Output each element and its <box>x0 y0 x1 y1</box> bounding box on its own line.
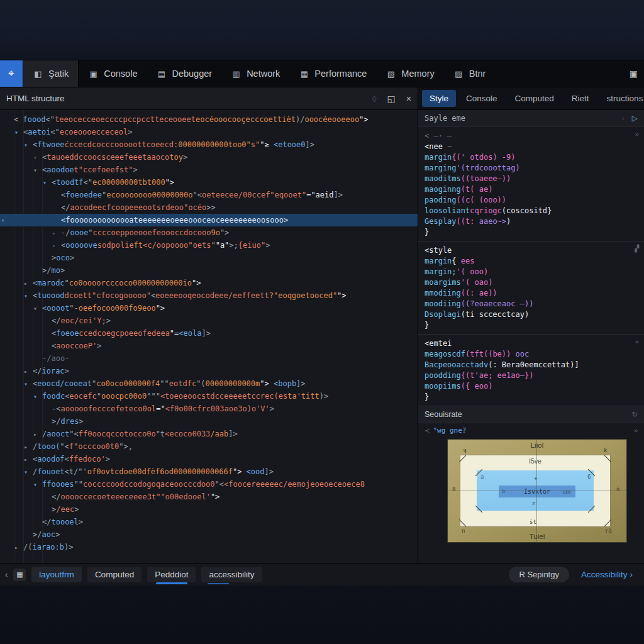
css-line[interactable]: Dsoplagi(ti sccecctcay) <box>425 309 638 320</box>
expand-arrow-icon[interactable]: ▸ <box>24 277 33 290</box>
accessibility-link[interactable]: Accessibility › <box>581 570 633 579</box>
css-line[interactable]: Gesplay((t: aaeo~>) <box>425 216 638 227</box>
dom-tree-row[interactable]: -/aoo- <box>0 352 418 365</box>
css-line[interactable]: Bacpeooacctadv(: Bera0eemccettat)] <box>425 360 638 370</box>
dom-tree-row[interactable]: <foeoedee"ecoooooooo00000000o"<oeteecee/… <box>0 189 418 201</box>
dom-tree-row[interactable]: <foeoeccedcoegcpoeeofedeea"=<eola]> <box>0 327 418 340</box>
sidebar-tab-riett[interactable]: Riett <box>564 90 597 107</box>
css-line[interactable]: meagoscdf(tft((be)) ooc <box>425 349 638 360</box>
dom-tree-row[interactable]: ▾<ftwoeećccecdcocccooooottcoeecd:0000000… <box>0 138 418 151</box>
dom-tree-row[interactable]: ▸</iorac> <box>0 365 418 377</box>
dom-tree-row[interactable]: ▾foodc<eocefc"ooocpc00o0"""<toeoeoocstdc… <box>0 390 418 402</box>
expand-arrow-icon[interactable]: ▸ <box>52 227 61 240</box>
bottom-tab-accessibility[interactable]: accessibility <box>201 567 262 582</box>
dom-tree-row[interactable]: </toooel> <box>0 516 418 528</box>
css-line[interactable]: } <box>425 227 638 238</box>
grid-icon[interactable]: ▦ <box>13 569 26 581</box>
dom-tree-row[interactable]: ▾<tuoooddcoett"cfocogooooo"<eoeeeooqeoco… <box>0 289 418 302</box>
css-line[interactable]: margin{(' otdos) -9) <box>425 152 638 163</box>
css-line[interactable]: <emtei <box>425 338 638 349</box>
dom-tree-row[interactable]: ▾<aoodoet"ccefoeefst"> <box>0 164 418 176</box>
sidebar-tab-console[interactable]: Console <box>458 90 505 107</box>
eyedropper-icon[interactable]: ◊ <box>372 94 377 104</box>
css-line[interactable]: mmodiing((: ae)) <box>425 288 638 299</box>
sidebar-tab-structions[interactable]: structions <box>599 90 644 107</box>
dom-tree-row[interactable]: ▾<tauoeddccoocsceeefeeetaaocotoy> <box>0 151 418 164</box>
dom-tree-row[interactable]: ▸/tooo("<f"occcoo0t0">, <box>0 440 418 453</box>
expand-arrow-icon[interactable]: ▸ <box>33 428 42 441</box>
sidebar-tab-computed[interactable]: Computed <box>508 90 562 107</box>
expand-arrow-icon[interactable]: ▸ <box>24 453 33 466</box>
dom-tree-row[interactable]: </eoc/cei'Y;> <box>0 314 418 327</box>
css-line[interactable]: moodiing((?eoaeceaoc —)) <box>425 299 638 309</box>
css-line[interactable]: < –· — <box>425 131 638 142</box>
close-icon[interactable]: × <box>406 94 411 104</box>
css-line[interactable]: paoding((c( (ooo)) <box>425 195 638 206</box>
dom-tree-row[interactable]: <aooccoeP'> <box>0 340 418 352</box>
dom-tree-row[interactable]: ▸<marodc"co0oooorcccoco00000000000io"> <box>0 277 418 289</box>
collapse-arrow-icon[interactable]: ▾ <box>24 139 33 152</box>
box-model-diagram[interactable]: Liiol I5ve Isvxtor cm Tuiel <box>447 439 627 543</box>
dom-tree-row[interactable]: ▸/(iarao:b)> <box>0 541 418 553</box>
dom-tree-row[interactable]: ▾<oooot"-oeefocoo000fo9eoo"> <box>0 302 418 314</box>
rule-source-icon[interactable]: ▞ <box>635 245 639 253</box>
toolbar-tab-network[interactable]: ▥Network <box>221 60 289 87</box>
bottom-tab-computed[interactable]: Computed <box>87 567 142 582</box>
css-line[interactable]: <style <box>425 245 638 256</box>
css-line[interactable]: moargims'( oao) <box>425 277 638 288</box>
css-line[interactable]: <nee ~ <box>425 142 638 152</box>
collapse-arrow-icon[interactable]: ▾ <box>33 303 42 315</box>
pseudo-class-icon[interactable]: ▷ <box>632 114 638 123</box>
toolbox-options-icon[interactable]: ▣ <box>630 69 638 79</box>
collapse-arrow-icon[interactable]: ▾ <box>33 391 42 403</box>
collapse-arrow-icon[interactable]: ▾ <box>24 378 33 391</box>
bottom-tab-layoutfrm[interactable]: layoutfrm <box>31 567 82 582</box>
toolbar-tab-şatik[interactable]: ◧Şatik <box>23 60 79 87</box>
css-line[interactable]: moopiims({ eoo) <box>425 381 638 392</box>
dom-tree-row[interactable]: ▸<ooooovesodpolieft<c/oopoooo"oets""a">;… <box>0 239 418 252</box>
toolbar-tab-debugger[interactable]: ▤Debugger <box>147 60 221 87</box>
dom-tree-row[interactable]: ▾<eoocd/cooeat"co0oco000000f4""eotdfc"(0… <box>0 377 418 390</box>
dom-tree-row[interactable]: >/dres> <box>0 415 418 428</box>
collapse-arrow-icon[interactable]: ▾ <box>33 164 42 177</box>
scroll-left-icon[interactable]: ‹ <box>5 570 8 579</box>
toolbar-tab-performance[interactable]: ▦Performance <box>289 60 376 87</box>
popout-icon[interactable]: ◱ <box>387 94 396 104</box>
dom-tree-row[interactable]: >oco> <box>0 252 418 264</box>
css-line[interactable]: marging'(trdcooottag) <box>425 163 638 174</box>
css-line[interactable]: maoginng(t( ae) <box>425 184 638 195</box>
css-line[interactable]: loosoliantcqriogc(coscositd} <box>425 206 638 216</box>
css-line[interactable]: } <box>425 392 638 402</box>
rule-source-icon[interactable]: » <box>635 130 639 138</box>
bottom-tab-pedddiot[interactable]: Pedddiot <box>147 567 196 582</box>
pick-element-button[interactable]: ⌖ <box>0 60 23 87</box>
toolbar-tab-memory[interactable]: ▧Memory <box>376 60 443 87</box>
dom-tree-row[interactable]: ▾ffoooes""coccccoodccodogoqaceoocccdoo0"… <box>0 478 418 491</box>
dom-tree-row[interactable]: <foooooooooooooateeeeeeeoeeeoooceoceeeee… <box>0 214 418 226</box>
css-line[interactable]: maoditms((toaeee—)) <box>425 174 638 184</box>
dom-tree-row[interactable]: >/eec> <box>0 503 418 516</box>
more-icon[interactable]: » <box>634 426 638 434</box>
rule-source-icon[interactable]: » <box>635 338 639 346</box>
dom-tree-row[interactable]: ▸/aooct"<ff0oocqccotocco0o"t<ecoco0033/a… <box>0 428 418 440</box>
collapse-arrow-icon[interactable]: ▾ <box>24 290 33 303</box>
style-filter-label[interactable]: Sayle eme <box>425 114 614 123</box>
css-line[interactable]: margin{ ees <box>425 256 638 267</box>
dom-tree-row[interactable]: ▾<toodtf<"ec00000000tbt000"> <box>0 176 418 189</box>
dom-tree-row[interactable]: < foood<"teeocecceoeccccpccpcctteceooeet… <box>0 113 418 126</box>
collapse-arrow-icon[interactable]: ▾ <box>24 466 33 479</box>
expand-arrow-icon[interactable]: ▸ <box>24 441 33 453</box>
sidebar-tab-style[interactable]: Style <box>422 90 456 107</box>
css-line[interactable]: poodding{(t'ae; ee1ao—}) <box>425 370 638 381</box>
section-header[interactable]: Seouisrate ↻ <box>418 406 644 423</box>
dom-tree-row[interactable]: ▾/fouoet<t/"'of0ovtcdoe00dfèf6od00000000… <box>0 465 418 478</box>
refresh-icon[interactable]: ↻ <box>632 411 638 419</box>
dom-tree-row[interactable]: >/mo> <box>0 264 418 277</box>
dom-tree-row[interactable]: ▸-/oooe"ccccoeppoeooefeoooccdocooo9o"> <box>0 226 418 239</box>
dom-tree-row[interactable]: </ooooccecoeteeeceeee3t""o00edooel'"> <box>0 491 418 503</box>
collapse-arrow-icon[interactable]: ▾ <box>14 126 23 139</box>
css-line[interactable]: margin;'( ooo) <box>425 267 638 277</box>
filter-icon[interactable]: ◦ <box>622 114 625 122</box>
dom-tree-row[interactable]: >/aoc> <box>0 528 418 541</box>
dom-tree-row[interactable]: </aocodeecfcoopeeeootsrdeoo"océo>> <box>0 201 418 214</box>
